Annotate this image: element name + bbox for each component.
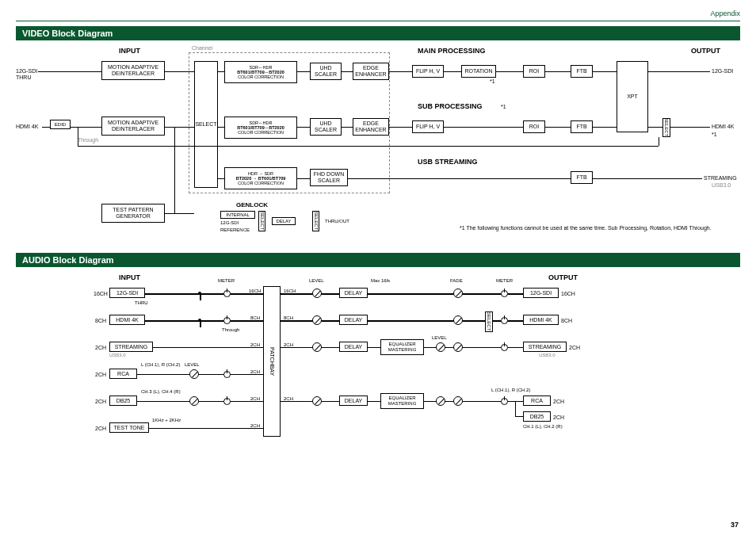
ain-str: STREAMING (109, 342, 153, 352)
delay4: DELAY (339, 396, 368, 406)
ftb1: FTB (571, 65, 593, 78)
aout-sdi: 12G-SDI (523, 288, 559, 298)
mad2: MOTION ADAPTIVE DEINTERLACER (101, 117, 165, 136)
level-lbl-in: LEVEL (185, 362, 200, 367)
aout-hdmi: HDMI 4K (523, 315, 559, 325)
aout-usb: USB3.0 (539, 353, 556, 357)
aout-rca-ch: 2CH (553, 399, 564, 404)
gl-thruout: THRU/OUT (325, 219, 349, 224)
out-hdmi-note: *1 (712, 132, 717, 137)
eq2: EQUALIZER MASTERING (380, 393, 424, 409)
rot-note: *1 (490, 78, 495, 84)
in-thru: THRU (16, 75, 31, 80)
ain-rca-ch2: 2CH (250, 369, 260, 374)
hdr-main: MAIN PROCESSING (418, 47, 486, 55)
ain-usb: USB3.0 (109, 353, 126, 357)
aout-db25-ch: 2CH (553, 415, 564, 420)
ain-str-ch: 2CH (95, 345, 106, 350)
audio-diagram: INPUT OUTPUT PATCHBAY 16CH 12G-SDI THRU … (16, 273, 740, 456)
flip1: FLIP H, V (412, 65, 444, 78)
through-lbl: Through (78, 137, 98, 143)
hdr-input: INPUT (119, 47, 140, 55)
ain-sdi: 12G-SDI (109, 288, 145, 298)
page-number: 37 (731, 521, 739, 529)
aout-db25: DB25 (523, 411, 551, 422)
cc1c: COLOR CORRECTION (238, 75, 284, 79)
ain-hdmi-ch2: 8CH (250, 315, 260, 320)
gl-delay: DELAY (272, 217, 296, 225)
ain-db25: DB25 (109, 396, 137, 406)
delay3: DELAY (339, 342, 368, 352)
uhd1: UHD SCALER (310, 63, 342, 80)
ain-db25-ch2: 2CH (250, 396, 260, 401)
rca-out-lbl: L (CH.1), R (CH.2) (491, 388, 530, 392)
gl-select: SELECT (258, 211, 265, 231)
ain-db25-lbl: CH.3 (L), CH.4 (R) (141, 389, 181, 394)
cc1: SDR↔HDR BT601/BT709↔BT2020 COLOR CORRECT… (224, 61, 297, 83)
ain-rca-ch: 2CH (95, 372, 106, 377)
through-a: Through (222, 327, 239, 332)
out-sdi: 12G-SDI (712, 68, 733, 74)
mad1: MOTION ADAPTIVE DEINTERLACER (101, 61, 165, 80)
header-rule (16, 21, 740, 21)
video-section-title: VIDEO Block Diagram (16, 26, 740, 40)
ain-tt-ch: 2CH (95, 426, 106, 431)
channel-lbl: Channel (192, 45, 212, 51)
fade-lbl: FADE (450, 278, 463, 283)
edge1: EDGE ENHANCER (353, 63, 389, 80)
in-hdmi: HDMI 4K (16, 124, 38, 129)
tpg: TEST PATTERN GENERATOR (101, 204, 165, 223)
cc2c: COLOR CORRECTION (238, 130, 284, 135)
delay2: DELAY (339, 315, 368, 325)
hdr-sub: SUB PROCESSING (418, 102, 483, 110)
ain-tt-lbl: 1KHz + 2KHz (152, 418, 181, 422)
eq1: EQUALIZER MASTERING (380, 339, 424, 355)
aout-hdmi-ch: 8CH (561, 318, 572, 323)
a-hdr-output: OUTPUT (548, 273, 578, 281)
gl-sdi: 12G-SDI (220, 220, 239, 225)
xpt: XPT (617, 61, 648, 132)
audio-section-title: AUDIO Block Diagram (16, 253, 740, 267)
aout-sdi-ch: 16CH (561, 291, 575, 296)
video-diagram: INPUT MAIN PROCESSING SUB PROCESSING *1 … (16, 47, 740, 253)
edid-box: EDID (50, 120, 71, 129)
od2-ch: 8CH (284, 315, 293, 320)
aout-str: STREAMING (523, 342, 567, 352)
od4-ch: 2CH (284, 396, 293, 401)
ftb2: FTB (571, 120, 593, 133)
gl-ref: REFERENCE (220, 227, 250, 232)
od3-ch: 2CH (284, 342, 293, 347)
db25-out-lbl: CH.1 (L), CH.2 (R) (523, 424, 563, 429)
gl-select2: SELECT (312, 211, 319, 231)
out-streaming: STREAMING (704, 175, 737, 181)
ain-str-ch2: 2CH (250, 342, 260, 347)
fhd: FHD DOWN SCALER (310, 169, 348, 186)
delay1: DELAY (339, 288, 368, 298)
ain-tt-ch2: 2CH (250, 423, 260, 428)
ain-hdmi-ch: 8CH (95, 318, 106, 323)
hdr-output: OUTPUT (691, 47, 720, 55)
max-lbl: Max 16fs (371, 278, 390, 283)
a-hdr-input: INPUT (119, 273, 140, 281)
ain-sdi-ch2: 16CH (249, 289, 261, 293)
out-usb: USB3.0 (712, 182, 731, 188)
hdr-usb: USB STREAMING (418, 158, 478, 166)
sub-note: *1 (501, 104, 506, 109)
cc3: HDR → SDR BT2020 → BT601/BT709 COLOR COR… (224, 167, 297, 189)
rot: ROTATION (461, 65, 496, 78)
meter-lbl-out: METER (496, 278, 513, 283)
select-box: SELECT (194, 61, 218, 188)
ftb3: FTB (571, 171, 593, 184)
edge2: EDGE ENHANCER (353, 118, 389, 136)
level-lbl-out: LEVEL (309, 278, 324, 283)
hdr-genlock: GENLOCK (236, 201, 268, 208)
level-lbl-3: LEVEL (432, 335, 447, 340)
in-sdi: 12G-SDI (16, 68, 37, 74)
cc2: SDR↔HDR BT601/BT709↔BT2020 COLOR CORRECT… (224, 117, 297, 139)
out-hdmi: HDMI 4K (712, 124, 734, 129)
gl-internal: INTERNAL (220, 211, 255, 219)
roi1: ROI (523, 65, 545, 78)
uhd2: UHD SCALER (310, 118, 342, 136)
out-select: SELECT (662, 118, 670, 137)
aout-rca: RCA (523, 396, 551, 406)
